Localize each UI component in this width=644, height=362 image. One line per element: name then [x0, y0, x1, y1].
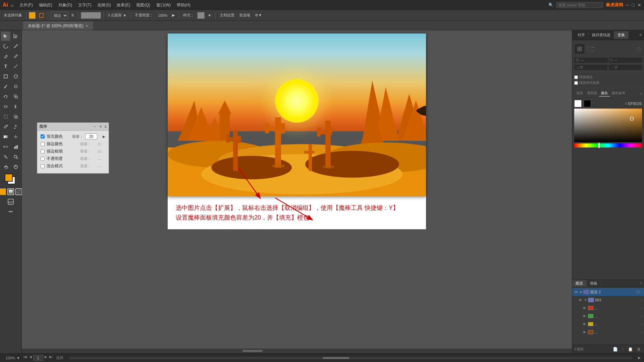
color-panel-menu[interactable]: ≡: [640, 92, 642, 96]
layers-new-layer-btn[interactable]: 📄: [612, 347, 619, 352]
stroke-color-cb[interactable]: [41, 142, 45, 146]
transform-grid-icon[interactable]: [574, 44, 585, 54]
menu-type[interactable]: 文字(T): [75, 2, 94, 9]
bottom-scroll-track[interactable]: [69, 357, 633, 359]
measure-tool[interactable]: [11, 162, 20, 172]
warp-tool[interactable]: [1, 102, 10, 111]
search-input[interactable]: [556, 2, 603, 8]
free-transform-tool[interactable]: [1, 112, 10, 121]
layer-o-brown[interactable]: ○: [641, 330, 643, 334]
more-tools[interactable]: •••: [6, 207, 15, 217]
nav-right-arrow[interactable]: ▶: [638, 356, 641, 360]
menu-view[interactable]: 视图(Q): [133, 2, 153, 9]
layer-expand-003[interactable]: ▼: [584, 298, 587, 302]
symbol-tool[interactable]: sym: [6, 197, 15, 206]
line-tool[interactable]: [11, 62, 20, 71]
canvas-scroll[interactable]: 选中图片点击【扩展】，鼠标右击选择【取消编组】，使用【魔棒工具 快捷键：Y】 设…: [22, 30, 572, 349]
ellipse-tool[interactable]: [11, 72, 20, 81]
brush-dropdown[interactable]: 描边: [51, 12, 68, 19]
layer-o-red[interactable]: ○: [641, 306, 643, 310]
menu-edit[interactable]: 编辑(E): [36, 2, 55, 9]
layer-o-yellow[interactable]: ○: [641, 322, 643, 326]
tab-color-small[interactable]: 颜色: [599, 90, 610, 97]
layer-o-green[interactable]: ○: [641, 314, 643, 318]
hue-cursor[interactable]: [598, 143, 600, 148]
magic-wand-tool[interactable]: [11, 42, 20, 51]
stroke-icon[interactable]: [37, 12, 46, 19]
style-arrow[interactable]: ▼: [206, 13, 213, 18]
layer-item-brown[interactable]: 👁 ... ○: [572, 328, 644, 336]
document-tab[interactable]: 未标题-1* @ 100% (RGB/预览) ✕: [23, 22, 93, 30]
blend-mode-cb[interactable]: [41, 164, 45, 168]
scale-effects-cb[interactable]: [574, 81, 578, 85]
preferences-btn[interactable]: 首选项: [237, 12, 252, 18]
eyedropper-tool[interactable]: [1, 122, 10, 131]
menu-effect[interactable]: 效果(E): [114, 2, 133, 9]
stroke-size-cb[interactable]: [41, 149, 45, 154]
layer-eye-group2[interactable]: 👁: [574, 289, 579, 295]
tab-artboards[interactable]: 画板: [587, 280, 601, 287]
brush-arrows[interactable]: ⇅: [69, 12, 76, 18]
doc-settings-btn[interactable]: 文档设置: [218, 12, 236, 18]
layer-eye-brown[interactable]: 👁: [582, 329, 587, 335]
paint-bucket-tool[interactable]: [11, 122, 20, 131]
none-mode-icon[interactable]: ∅: [15, 188, 22, 195]
tolerance-arrow[interactable]: ▶: [103, 135, 105, 138]
layer-visible-circle[interactable]: ○: [641, 290, 643, 294]
select-tool[interactable]: [1, 32, 10, 41]
lasso-tool[interactable]: [1, 42, 10, 51]
fill-color-swatch[interactable]: [29, 12, 36, 19]
h-scroll-thumb[interactable]: [243, 350, 263, 352]
layers-delete-btn[interactable]: 🗑: [636, 347, 642, 352]
opacity-value[interactable]: 100%: [156, 13, 169, 18]
menu-window[interactable]: 窗口(W): [154, 2, 173, 9]
tab-align[interactable]: 对齐: [574, 31, 589, 39]
blend-tool[interactable]: [1, 142, 10, 152]
nav-next[interactable]: ▶: [44, 355, 48, 361]
layers-paste-btn[interactable]: 📋: [627, 347, 634, 352]
layer-item-yellow[interactable]: 👁 ... ○: [572, 320, 644, 328]
gradient-mode-icon[interactable]: [7, 188, 14, 195]
maximize-icon[interactable]: □: [632, 2, 635, 8]
right-panel-close[interactable]: ✕: [639, 33, 642, 37]
pencil-tool[interactable]: [11, 52, 20, 61]
preferences-icon[interactable]: ⚙▼: [253, 12, 264, 18]
style-swatch[interactable]: [197, 12, 205, 19]
layers-menu-icon[interactable]: ≡: [638, 280, 644, 287]
scale-strokes-cb[interactable]: [574, 75, 578, 79]
points-dropdown[interactable]: 3 点圆形 ▼: [106, 12, 128, 18]
panel-minimize-btn[interactable]: ─: [92, 124, 97, 129]
layer-item-003[interactable]: 👁 ▼ 003 ○: [572, 296, 644, 304]
layers-move-btn[interactable]: ↑: [621, 347, 625, 352]
black-swatch[interactable]: [584, 100, 591, 107]
h-scroll-track[interactable]: [26, 350, 568, 352]
color-gradient-bar[interactable]: [574, 109, 642, 142]
layer-item-green[interactable]: 👁 ... ○: [572, 312, 644, 320]
layer-eye-003[interactable]: 👁: [578, 297, 583, 303]
blob-brush-tool[interactable]: [11, 82, 20, 91]
hue-slider[interactable]: [574, 143, 642, 147]
layer-item-group2[interactable]: 👁 ▶ 图层 2 ○: [572, 288, 644, 296]
tolerance-input[interactable]: [85, 133, 97, 139]
slice-tool[interactable]: [1, 152, 10, 162]
rotate-tool[interactable]: [1, 92, 10, 101]
zoom-tool[interactable]: [11, 152, 20, 162]
direct-select-tool[interactable]: [11, 32, 20, 41]
lock-icon[interactable]: [635, 46, 642, 52]
panel-close-btn[interactable]: ✕: [98, 124, 103, 129]
h-scrollbar[interactable]: [22, 349, 572, 353]
page-input[interactable]: [33, 355, 43, 361]
nav-first[interactable]: |◀: [23, 355, 28, 361]
hand-tool[interactable]: [1, 162, 10, 172]
scale-tool[interactable]: [11, 92, 20, 101]
home-icon[interactable]: ⌂: [11, 2, 13, 8]
opacity-cb[interactable]: [41, 157, 45, 161]
opacity-arrows[interactable]: ▶: [170, 12, 176, 18]
tab-gradient-small[interactable]: 渐变: [574, 90, 585, 97]
menu-help[interactable]: 帮助(H): [174, 2, 193, 9]
tab-pathfinder[interactable]: 路径查找器: [589, 31, 614, 39]
tab-layers[interactable]: 图层: [572, 280, 587, 287]
pen-tool[interactable]: [1, 52, 10, 61]
menu-object[interactable]: 对象(O): [56, 2, 75, 9]
mesh-tool[interactable]: [11, 132, 20, 141]
